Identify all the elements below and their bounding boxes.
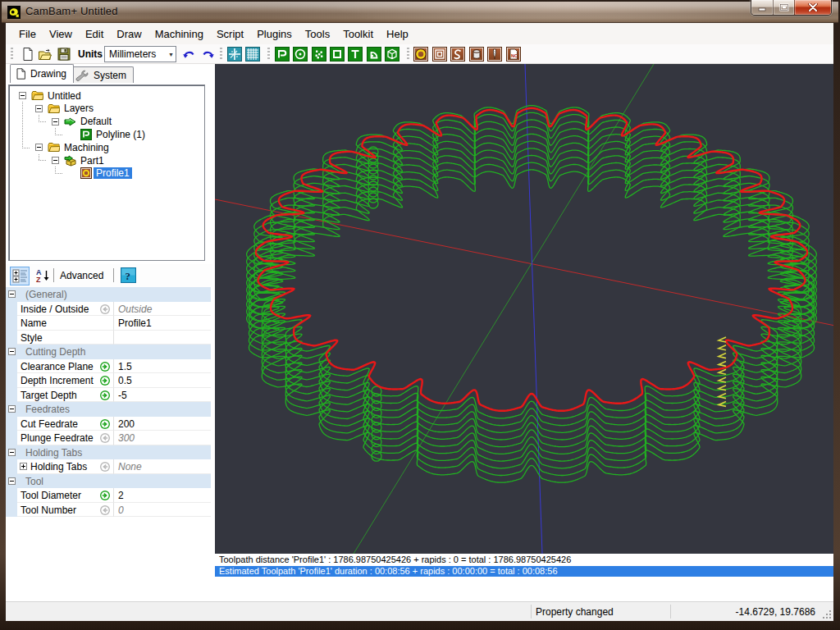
- mop-profile-icon[interactable]: [413, 47, 428, 62]
- draw-surface-icon[interactable]: [385, 47, 399, 62]
- tree-expander[interactable]: [52, 157, 59, 164]
- tree-item-label[interactable]: Machining: [62, 142, 112, 153]
- set-value-icon[interactable]: [99, 490, 111, 501]
- property-value-cell[interactable]: Profile1: [113, 316, 211, 331]
- property-category-feedrates[interactable]: Feedrates: [6, 402, 211, 417]
- draw-text-icon[interactable]: [348, 47, 363, 62]
- new-document-icon[interactable]: [21, 47, 35, 62]
- set-value-icon[interactable]: [99, 375, 111, 386]
- advanced-button[interactable]: Advanced: [60, 270, 103, 281]
- property-value-cell[interactable]: 0: [113, 503, 211, 518]
- property-row-holding-tabs[interactable]: Holding TabsNone: [6, 459, 211, 474]
- menu-machining[interactable]: Machining: [148, 25, 210, 43]
- category-expander[interactable]: [8, 348, 16, 355]
- draw-circle-icon[interactable]: [293, 47, 308, 62]
- maximize-button[interactable]: [773, 0, 794, 15]
- property-category-holding-tabs[interactable]: Holding Tabs: [6, 445, 211, 460]
- toolbar-grip[interactable]: [11, 48, 13, 61]
- tree-expander[interactable]: [52, 118, 59, 126]
- property-row-inside-outside[interactable]: Inside / OutsideOutside: [6, 302, 211, 317]
- tree-item-label[interactable]: Untitled: [45, 90, 84, 102]
- default-value-icon[interactable]: [99, 504, 111, 516]
- property-row-tool-number[interactable]: Tool Number0: [6, 503, 211, 518]
- default-value-icon[interactable]: [99, 432, 111, 444]
- default-value-icon[interactable]: [99, 304, 111, 315]
- property-expander[interactable]: [20, 463, 27, 470]
- property-row-depth-increment[interactable]: Depth Increment0.5: [6, 373, 211, 388]
- tab-system[interactable]: System: [70, 66, 134, 83]
- set-value-icon[interactable]: [99, 418, 111, 430]
- set-value-icon[interactable]: [99, 361, 111, 372]
- toolbar-grip[interactable]: [220, 48, 222, 61]
- category-expander[interactable]: [8, 405, 16, 413]
- set-value-icon[interactable]: [99, 390, 111, 401]
- tree-item-machining[interactable]: Machining: [35, 141, 112, 154]
- mop-pocket-icon[interactable]: [432, 47, 447, 62]
- property-category--general-[interactable]: (General): [6, 287, 211, 302]
- toggle-grid-icon[interactable]: [245, 47, 260, 62]
- property-category-cutting-depth[interactable]: Cutting Depth: [6, 345, 211, 359]
- close-button[interactable]: [794, 0, 831, 15]
- help-icon[interactable]: ?: [121, 267, 136, 285]
- draw-polyline-icon[interactable]: [275, 47, 290, 62]
- toggle-axes-icon[interactable]: [227, 47, 242, 62]
- tree-item-label[interactable]: Default: [78, 116, 114, 127]
- undo-icon[interactable]: [182, 47, 197, 62]
- menu-view[interactable]: View: [43, 25, 79, 43]
- save-icon[interactable]: [57, 47, 71, 62]
- property-value-cell[interactable]: 0.5: [113, 373, 211, 388]
- tree-item-polyline-1-[interactable]: Polyline (1): [68, 128, 148, 141]
- menu-help[interactable]: Help: [380, 25, 415, 43]
- minimize-button[interactable]: [751, 0, 773, 15]
- combo-dropdown-arrow[interactable]: ▼: [167, 47, 176, 62]
- tree-item-profile1[interactable]: Profile1: [68, 167, 132, 180]
- property-value-cell[interactable]: None: [113, 459, 211, 474]
- draw-rectangle-icon[interactable]: [330, 47, 345, 62]
- open-file-icon[interactable]: [38, 47, 52, 62]
- draw-arc-icon[interactable]: [367, 47, 381, 62]
- category-expander[interactable]: [8, 449, 16, 456]
- tree-item-label[interactable]: Polyline (1): [94, 129, 148, 140]
- property-value-cell[interactable]: 200: [113, 417, 211, 431]
- category-expander[interactable]: [8, 290, 16, 298]
- property-row-cut-feedrate[interactable]: Cut Feedrate200: [6, 417, 211, 431]
- property-row-clearance-plane[interactable]: Clearance Plane1.5: [6, 359, 211, 374]
- tree-item-part1[interactable]: Part1: [52, 154, 107, 167]
- toolbar-grip[interactable]: [267, 48, 270, 61]
- category-expander[interactable]: [8, 477, 16, 485]
- units-combobox[interactable]: Millimeters ▼: [104, 46, 176, 62]
- tree-item-label[interactable]: Part1: [78, 155, 107, 167]
- draw-points-icon[interactable]: [312, 47, 326, 62]
- tree-item-untitled[interactable]: Untitled: [19, 89, 84, 103]
- cambam-logo-icon[interactable]: [7, 6, 21, 19]
- property-value-cell[interactable]: 1.5: [113, 359, 211, 374]
- categorized-icon[interactable]: [10, 267, 30, 288]
- generate-gcode-icon[interactable]: NC: [506, 47, 521, 62]
- mop-3d-profile-icon[interactable]: [469, 47, 484, 62]
- mop-drill-icon[interactable]: [487, 47, 502, 62]
- viewport-3d[interactable]: [215, 64, 833, 554]
- menu-plugins[interactable]: Plugins: [250, 25, 299, 43]
- property-row-tool-diameter[interactable]: Tool Diameter2: [6, 488, 211, 503]
- mop-engrave-icon[interactable]: [450, 47, 465, 62]
- resize-grip[interactable]: [821, 609, 832, 619]
- menu-file[interactable]: File: [12, 25, 43, 43]
- property-category-tool[interactable]: Tool: [6, 474, 211, 489]
- property-row-target-depth[interactable]: Target Depth-5: [6, 388, 211, 403]
- tree-expander[interactable]: [19, 92, 26, 99]
- menu-tools[interactable]: Tools: [299, 25, 336, 43]
- property-row-name[interactable]: NameProfile1: [6, 316, 211, 331]
- alphabetical-icon[interactable]: A Z: [35, 268, 50, 285]
- toolbar-grip[interactable]: [407, 48, 409, 61]
- property-value-cell[interactable]: -5: [113, 388, 211, 403]
- menu-script[interactable]: Script: [210, 25, 250, 43]
- tree-item-default[interactable]: Default: [52, 115, 114, 128]
- tree-item-label[interactable]: Layers: [62, 103, 96, 114]
- tab-drawing[interactable]: Drawing: [10, 64, 74, 83]
- titlebar[interactable]: [2, 2, 838, 23]
- log-line[interactable]: Toolpath distance 'Profile1' : 1786.9875…: [215, 555, 833, 566]
- tree-expander[interactable]: [35, 144, 43, 151]
- property-value-cell[interactable]: [113, 331, 211, 345]
- menu-toolkit[interactable]: Toolkit: [336, 25, 380, 43]
- property-value-cell[interactable]: Outside: [113, 302, 211, 317]
